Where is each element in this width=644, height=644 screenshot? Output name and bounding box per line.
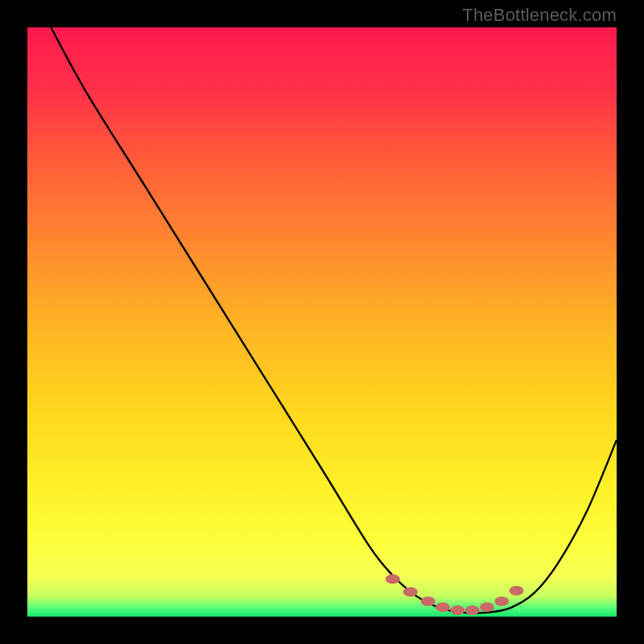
plot-area: [27, 27, 617, 617]
chart-frame: TheBottleneck.com: [0, 0, 644, 644]
svg-rect-0: [27, 27, 617, 617]
background-gradient: [27, 27, 617, 617]
attribution-label: TheBottleneck.com: [462, 5, 617, 26]
